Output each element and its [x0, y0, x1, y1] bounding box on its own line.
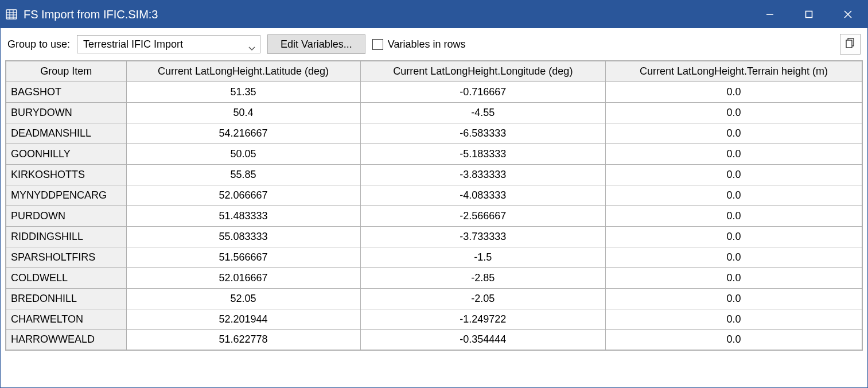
col-header-latitude[interactable]: Current LatLongHeight.Latitude (deg) [126, 61, 360, 82]
cell-lat[interactable]: 51.622778 [126, 329, 360, 350]
cell-lat[interactable]: 52.066667 [126, 185, 360, 205]
row-header[interactable]: CHARWELTON [6, 309, 126, 329]
cell-lat[interactable]: 50.05 [126, 143, 360, 164]
cell-lon[interactable]: -6.583333 [360, 123, 605, 143]
table-row[interactable]: BURYDOWN50.4-4.550.0 [6, 102, 862, 123]
table-header: Group Item Current LatLongHeight.Latitud… [6, 61, 862, 82]
edit-variables-button[interactable]: Edit Variables... [267, 34, 365, 54]
titlebar: FS Import from IFIC.SIM:3 [1, 1, 867, 28]
cell-height[interactable]: 0.0 [606, 247, 863, 267]
close-button[interactable] [828, 1, 867, 28]
cell-lon[interactable]: -1.5 [360, 247, 605, 267]
svg-rect-7 [806, 11, 812, 18]
cell-lat[interactable]: 51.35 [126, 82, 360, 102]
table-row[interactable]: SPARSHOLTFIRS51.566667-1.50.0 [6, 247, 862, 267]
cell-lon[interactable]: -1.249722 [360, 309, 605, 329]
cell-lat[interactable]: 55.85 [126, 164, 360, 185]
cell-height[interactable]: 0.0 [606, 185, 863, 205]
cell-lon[interactable]: -2.85 [360, 267, 605, 288]
table-row[interactable]: BAGSHOT51.35-0.7166670.0 [6, 82, 862, 102]
window-title: FS Import from IFIC.SIM:3 [24, 8, 158, 21]
row-header[interactable]: GOONHILLY [6, 143, 126, 164]
toolbar: Group to use: Terrestrial IFIC Import Ed… [1, 28, 867, 60]
col-header-group-item[interactable]: Group Item [6, 61, 126, 82]
table-row[interactable]: GOONHILLY50.05-5.1833330.0 [6, 143, 862, 164]
cell-height[interactable]: 0.0 [606, 205, 863, 226]
cell-lon[interactable]: -0.354444 [360, 329, 605, 350]
cell-lon[interactable]: -3.833333 [360, 164, 605, 185]
table-row[interactable]: BREDONHILL52.05-2.050.0 [6, 288, 862, 309]
app-icon [5, 8, 18, 21]
table-container: Group Item Current LatLongHeight.Latitud… [1, 60, 867, 387]
row-header[interactable]: COLDWELL [6, 267, 126, 288]
cell-height[interactable]: 0.0 [606, 123, 863, 143]
copy-button[interactable] [840, 34, 861, 55]
cell-height[interactable]: 0.0 [606, 82, 863, 102]
cell-height[interactable]: 0.0 [606, 288, 863, 309]
checkbox-box [372, 39, 383, 50]
cell-lon[interactable]: -3.733333 [360, 226, 605, 247]
cell-height[interactable]: 0.0 [606, 309, 863, 329]
table-body: BAGSHOT51.35-0.7166670.0BURYDOWN50.4-4.5… [6, 82, 862, 350]
variables-in-rows-label: Variables in rows [388, 38, 466, 51]
cell-lat[interactable]: 52.016667 [126, 267, 360, 288]
group-select-value: Terrestrial IFIC Import [83, 38, 183, 51]
cell-lat[interactable]: 51.483333 [126, 205, 360, 226]
row-header[interactable]: MYNYDDPENCARG [6, 185, 126, 205]
col-header-longitude[interactable]: Current LatLongHeight.Longitude (deg) [360, 61, 605, 82]
cell-lon[interactable]: -2.05 [360, 288, 605, 309]
row-header[interactable]: KIRKOSHOTTS [6, 164, 126, 185]
row-header[interactable]: HARROWWEALD [6, 329, 126, 350]
cell-lon[interactable]: -2.566667 [360, 205, 605, 226]
cell-height[interactable]: 0.0 [606, 164, 863, 185]
table-row[interactable]: PURDOWN51.483333-2.5666670.0 [6, 205, 862, 226]
window: FS Import from IFIC.SIM:3 Group to use: … [0, 0, 868, 388]
table-row[interactable]: RIDDINGSHILL55.083333-3.7333330.0 [6, 226, 862, 247]
table-row[interactable]: KIRKOSHOTTS55.85-3.8333330.0 [6, 164, 862, 185]
group-select[interactable]: Terrestrial IFIC Import [77, 35, 260, 53]
cell-height[interactable]: 0.0 [606, 226, 863, 247]
table-row[interactable]: DEADMANSHILL54.216667-6.5833330.0 [6, 123, 862, 143]
svg-rect-11 [846, 40, 852, 48]
maximize-button[interactable] [789, 1, 828, 28]
window-controls [750, 1, 867, 28]
cell-height[interactable]: 0.0 [606, 329, 863, 350]
cell-lat[interactable]: 54.216667 [126, 123, 360, 143]
cell-lon[interactable]: -5.183333 [360, 143, 605, 164]
cell-lon[interactable]: -0.716667 [360, 82, 605, 102]
row-header[interactable]: RIDDINGSHILL [6, 226, 126, 247]
row-header[interactable]: SPARSHOLTFIRS [6, 247, 126, 267]
data-table[interactable]: Group Item Current LatLongHeight.Latitud… [5, 60, 863, 351]
minimize-button[interactable] [750, 1, 789, 28]
cell-lat[interactable]: 52.05 [126, 288, 360, 309]
cell-lon[interactable]: -4.55 [360, 102, 605, 123]
table-row[interactable]: MYNYDDPENCARG52.066667-4.0833330.0 [6, 185, 862, 205]
cell-lat[interactable]: 51.566667 [126, 247, 360, 267]
cell-height[interactable]: 0.0 [606, 143, 863, 164]
cell-lat[interactable]: 55.083333 [126, 226, 360, 247]
table-row[interactable]: COLDWELL52.016667-2.850.0 [6, 267, 862, 288]
cell-lat[interactable]: 50.4 [126, 102, 360, 123]
row-header[interactable]: DEADMANSHILL [6, 123, 126, 143]
table-row[interactable]: HARROWWEALD51.622778-0.3544440.0 [6, 329, 862, 350]
row-header[interactable]: BAGSHOT [6, 82, 126, 102]
copy-icon [844, 37, 856, 52]
table-row[interactable]: CHARWELTON52.201944-1.2497220.0 [6, 309, 862, 329]
cell-height[interactable]: 0.0 [606, 102, 863, 123]
row-header[interactable]: BREDONHILL [6, 288, 126, 309]
chevron-down-icon [248, 42, 255, 46]
row-header[interactable]: PURDOWN [6, 205, 126, 226]
row-header[interactable]: BURYDOWN [6, 102, 126, 123]
variables-in-rows-checkbox[interactable]: Variables in rows [372, 38, 466, 51]
group-to-use-label: Group to use: [7, 38, 70, 51]
cell-height[interactable]: 0.0 [606, 267, 863, 288]
cell-lon[interactable]: -4.083333 [360, 185, 605, 205]
cell-lat[interactable]: 52.201944 [126, 309, 360, 329]
col-header-height[interactable]: Current LatLongHeight.Terrain height (m) [606, 61, 863, 82]
